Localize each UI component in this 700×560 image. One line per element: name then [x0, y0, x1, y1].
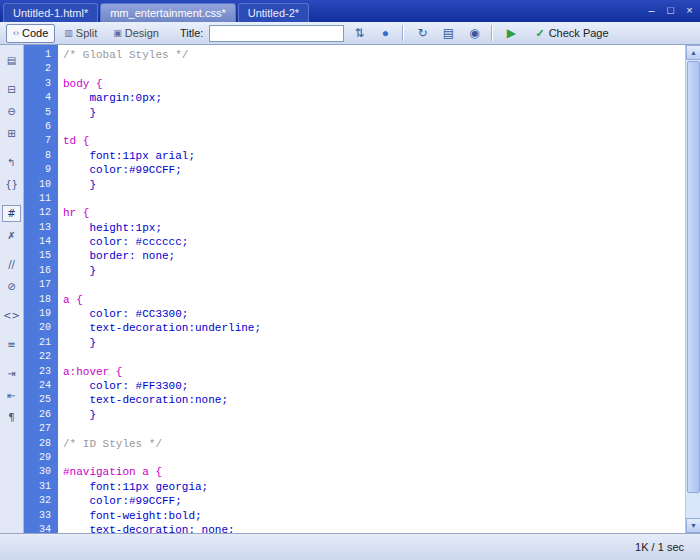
code-line[interactable]: hr {: [63, 206, 685, 220]
collapse-selection-icon[interactable]: ⊖: [2, 103, 21, 120]
line-number: 15: [24, 249, 51, 263]
line-number: 34: [24, 523, 51, 533]
line-number: 2: [24, 62, 51, 76]
line-number: 16: [24, 264, 51, 278]
validate-markup-icon[interactable]: ▶: [500, 24, 522, 43]
visual-aids-icon[interactable]: ◉: [463, 24, 485, 43]
scroll-up-arrow[interactable]: ▲: [686, 45, 700, 60]
check-page-icon: ✓: [535, 27, 544, 40]
line-number: 20: [24, 321, 51, 335]
code-line[interactable]: }: [63, 264, 685, 278]
line-number: 19: [24, 307, 51, 321]
line-number: 28: [24, 437, 51, 451]
document-tab[interactable]: Untitled-1.html*: [3, 3, 98, 22]
open-documents-icon[interactable]: ▤: [2, 52, 21, 69]
toolbar-separator: [402, 25, 403, 41]
vertical-scrollbar[interactable]: ▲ ▼: [685, 45, 700, 533]
code-line[interactable]: [63, 422, 685, 436]
code-line[interactable]: }: [63, 106, 685, 120]
code-line[interactable]: td {: [63, 134, 685, 148]
document-tabbar: Untitled-1.html* mm_entertainment.css* U…: [0, 0, 700, 22]
refresh-icon[interactable]: ↻: [411, 24, 433, 43]
outdent-code-icon[interactable]: ⇤: [2, 387, 21, 404]
code-line[interactable]: }: [63, 336, 685, 350]
design-view-button[interactable]: ▣ Design: [106, 24, 166, 43]
code-line[interactable]: [63, 278, 685, 292]
line-number: 12: [24, 206, 51, 220]
remove-comment-icon[interactable]: ⊘: [2, 278, 21, 295]
code-line[interactable]: font:11px arial;: [63, 149, 685, 163]
app-window: Untitled-1.html* mm_entertainment.css* U…: [0, 0, 700, 560]
code-line[interactable]: border: none;: [63, 249, 685, 263]
code-line[interactable]: }: [63, 408, 685, 422]
code-line[interactable]: body {: [63, 77, 685, 91]
code-line[interactable]: [63, 62, 685, 76]
code-line[interactable]: text-decoration:underline;: [63, 321, 685, 335]
code-line[interactable]: /* ID Styles */: [63, 437, 685, 451]
code-line[interactable]: }: [63, 178, 685, 192]
code-line[interactable]: margin:0px;: [63, 91, 685, 105]
line-number: 21: [24, 336, 51, 350]
code-line[interactable]: [63, 451, 685, 465]
code-line[interactable]: a {: [63, 293, 685, 307]
tab-strip: Untitled-1.html* mm_entertainment.css* U…: [3, 0, 311, 22]
balance-braces-icon[interactable]: {}: [2, 176, 21, 193]
collapse-full-tag-icon[interactable]: ⊟: [2, 81, 21, 98]
code-line[interactable]: a:hover {: [63, 365, 685, 379]
expand-all-icon[interactable]: ⊞: [2, 125, 21, 142]
select-parent-tag-icon[interactable]: ↰: [2, 154, 21, 171]
wrap-tag-icon[interactable]: <>: [2, 307, 21, 324]
document-tab[interactable]: mm_entertainment.css*: [100, 3, 236, 22]
line-number: 24: [24, 379, 51, 393]
tab-label: Untitled-1.html*: [13, 7, 88, 19]
indent-code-icon[interactable]: ⇥: [2, 365, 21, 382]
close-button[interactable]: ×: [682, 4, 697, 18]
minimize-button[interactable]: –: [644, 4, 659, 18]
code-line[interactable]: [63, 192, 685, 206]
preview-in-browser-icon[interactable]: ●: [374, 24, 396, 43]
code-line[interactable]: color:#99CCFF;: [63, 163, 685, 177]
line-number: 3: [24, 77, 51, 91]
check-page-button[interactable]: ✓ Check Page: [528, 24, 615, 43]
document-tab[interactable]: Untitled-2*: [238, 3, 309, 22]
title-input[interactable]: [209, 25, 344, 42]
line-number: 23: [24, 365, 51, 379]
window-controls: –□×: [644, 4, 697, 22]
code-line[interactable]: text-decoration:none;: [63, 393, 685, 407]
view-options-icon[interactable]: ▤: [437, 24, 459, 43]
split-view-button[interactable]: ▥ Split: [57, 24, 104, 43]
code-view-button[interactable]: ‹› Code: [6, 24, 55, 43]
code-line[interactable]: #navigation a {: [63, 465, 685, 479]
code-line[interactable]: /* Global Styles */: [63, 48, 685, 62]
code-view[interactable]: /* Global Styles */ body { margin:0px; }…: [58, 45, 685, 533]
view-button-icon: ▣: [113, 28, 122, 38]
restore-button[interactable]: □: [663, 4, 678, 18]
format-source-code-icon[interactable]: ¶: [2, 409, 21, 426]
code-line[interactable]: height:1px;: [63, 221, 685, 235]
code-line[interactable]: [63, 120, 685, 134]
code-line[interactable]: [63, 350, 685, 364]
scrollbar-thumb[interactable]: [687, 61, 700, 493]
code-line[interactable]: text-decoration: none;: [63, 523, 685, 533]
apply-comment-icon[interactable]: //: [2, 256, 21, 273]
code-line[interactable]: color: #CC3300;: [63, 307, 685, 321]
code-line[interactable]: font:11px georgia;: [63, 480, 685, 494]
highlight-invalid-code-icon[interactable]: ✗: [2, 227, 21, 244]
code-line[interactable]: color: #FF3300;: [63, 379, 685, 393]
recent-snippets-icon[interactable]: ≡: [2, 336, 21, 353]
code-editor[interactable]: 1234567891011121314151617181920212223242…: [24, 45, 700, 533]
line-number: 26: [24, 408, 51, 422]
coding-toolbar: ▤⊟⊖⊞↰{}#✗//⊘<>≡⇥⇤¶: [0, 45, 24, 533]
status-bar: 1K / 1 sec: [0, 533, 700, 560]
code-line[interactable]: font-weight:bold;: [63, 509, 685, 523]
scroll-down-arrow[interactable]: ▼: [686, 518, 700, 533]
line-numbers-icon[interactable]: #: [2, 205, 21, 222]
line-number: 6: [24, 120, 51, 134]
document-size-status: 1K / 1 sec: [635, 541, 684, 553]
view-button-label: Design: [125, 27, 159, 39]
file-management-icon[interactable]: ⇅: [348, 24, 370, 43]
code-line[interactable]: color: #cccccc;: [63, 235, 685, 249]
code-line[interactable]: color:#99CCFF;: [63, 494, 685, 508]
line-number: 11: [24, 192, 51, 206]
line-number: 29: [24, 451, 51, 465]
